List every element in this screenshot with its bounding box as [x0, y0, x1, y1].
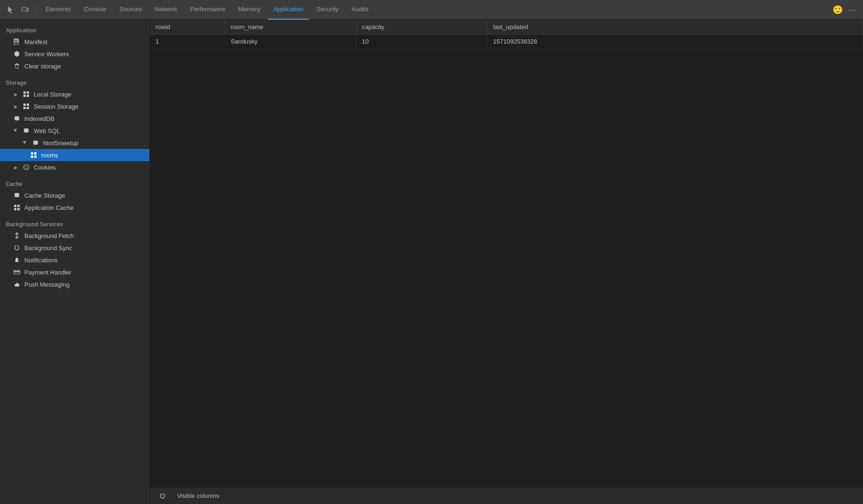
tab-sources[interactable]: Sources: [114, 0, 148, 20]
sidebar-item-local-storage[interactable]: ▶ Local Storage: [0, 88, 149, 100]
rooms-label: rooms: [41, 152, 58, 159]
trash-icon: [13, 62, 21, 70]
svg-rect-19: [34, 152, 37, 155]
col-header-last-updated[interactable]: last_updated: [487, 20, 863, 35]
section-background: Background Services: [0, 217, 149, 230]
sidebar-item-payment-handler[interactable]: Payment Handler: [0, 266, 149, 278]
payment-handler-label: Payment Handler: [24, 269, 71, 276]
section-cache: Cache: [0, 177, 149, 189]
cloud-icon: [13, 281, 21, 288]
table-body: 1Sandusky101571092538328: [150, 35, 863, 49]
rooms-table: rowid room_name capacity last_updated 1S…: [150, 20, 863, 49]
expand-arrow-local-storage: ▶: [13, 91, 19, 97]
sidebar: Application Manifest Service Workers Cle…: [0, 20, 150, 504]
smiley-icon-btn[interactable]: 🙂: [831, 3, 844, 16]
db-icon-websql: [22, 127, 30, 134]
tab-security[interactable]: Security: [311, 0, 344, 20]
expand-arrow-session-storage: ▶: [13, 104, 19, 109]
svg-point-24: [27, 166, 28, 167]
background-sync-label: Background Sync: [24, 245, 72, 252]
bell-icon: [13, 256, 21, 264]
tab-network[interactable]: Network: [149, 0, 183, 20]
col-header-room-name[interactable]: room_name: [225, 20, 356, 35]
sidebar-item-clear-storage[interactable]: Clear storage: [0, 60, 149, 72]
device-toolbar-btn[interactable]: [19, 3, 32, 16]
sidebar-item-indexeddb[interactable]: IndexedDB: [0, 112, 149, 125]
table-header-row: rowid room_name capacity last_updated: [150, 20, 863, 35]
svg-rect-8: [27, 91, 29, 94]
sidebar-item-manifest[interactable]: Manifest: [0, 36, 149, 48]
main-content: Application Manifest Service Workers Cle…: [0, 20, 863, 504]
clear-storage-label: Clear storage: [24, 63, 61, 70]
cache-storage-label: Cache Storage: [24, 192, 65, 199]
sidebar-item-application-cache[interactable]: Application Cache: [0, 201, 149, 214]
expand-arrow-html5meetup: ▶: [22, 140, 28, 146]
svg-rect-28: [14, 205, 16, 207]
sidebar-item-html5meetup[interactable]: ▶ html5meetup: [0, 137, 149, 149]
svg-rect-5: [15, 42, 18, 43]
refresh-button[interactable]: [156, 491, 170, 501]
gear-icon: [13, 50, 21, 58]
toolbar-divider: [36, 5, 36, 15]
table-container[interactable]: rowid room_name capacity last_updated 1S…: [150, 20, 863, 487]
svg-rect-18: [31, 152, 33, 155]
sync-icon: [13, 244, 21, 252]
cursor-icon-btn[interactable]: [4, 3, 17, 16]
grid-icon-appcache: [13, 204, 21, 211]
sidebar-item-rooms[interactable]: rooms: [0, 149, 149, 161]
svg-point-16: [24, 128, 29, 130]
manifest-label: Manifest: [24, 38, 47, 45]
col-header-capacity[interactable]: capacity: [356, 20, 487, 35]
cookie-icon: [22, 163, 30, 171]
svg-rect-29: [17, 205, 20, 207]
sidebar-item-cache-storage[interactable]: Cache Storage: [0, 189, 149, 201]
more-options-btn[interactable]: ⋯: [846, 3, 859, 16]
tab-console[interactable]: Console: [78, 0, 112, 20]
cell-room_name: Sandusky: [225, 35, 356, 49]
svg-rect-13: [23, 107, 26, 109]
svg-point-27: [15, 193, 19, 194]
db-icon-indexeddb: [13, 115, 21, 122]
cell-rowid: 1: [150, 35, 225, 49]
tab-memory[interactable]: Memory: [233, 0, 266, 20]
col-header-rowid[interactable]: rowid: [150, 20, 225, 35]
visible-columns-button[interactable]: Visible columns: [173, 490, 223, 501]
doc-icon: [13, 38, 21, 45]
sidebar-item-session-storage[interactable]: ▶ Session Storage: [0, 100, 149, 112]
html5meetup-label: html5meetup: [43, 140, 78, 147]
tab-audits[interactable]: Audits: [346, 0, 374, 20]
tab-application[interactable]: Application: [268, 0, 309, 20]
sidebar-item-background-sync[interactable]: Background Sync: [0, 242, 149, 254]
svg-point-26: [25, 168, 26, 169]
sidebar-item-background-fetch[interactable]: Background Fetch: [0, 230, 149, 242]
sidebar-item-push-messaging[interactable]: Push Messaging: [0, 278, 149, 290]
toolbar-right: 🙂 ⋯: [831, 3, 859, 16]
sidebar-item-service-workers[interactable]: Service Workers: [0, 48, 149, 60]
table-row[interactable]: 1Sandusky101571092538328: [150, 35, 863, 49]
grid-icon-local: [22, 90, 30, 98]
svg-rect-10: [27, 95, 29, 97]
svg-rect-31: [17, 208, 20, 210]
indexeddb-label: IndexedDB: [24, 115, 54, 122]
sidebar-item-notifications[interactable]: Notifications: [0, 254, 149, 266]
svg-point-23: [25, 166, 26, 167]
local-storage-label: Local Storage: [34, 91, 71, 98]
sidebar-item-cookies[interactable]: ▶ Cookies: [0, 161, 149, 173]
application-cache-label: Application Cache: [24, 204, 74, 211]
websql-label: Web SQL: [34, 127, 60, 134]
expand-arrow-cookies: ▶: [13, 164, 19, 170]
svg-point-25: [27, 168, 28, 169]
db-icon-html5meetup: [32, 139, 39, 147]
svg-rect-30: [14, 208, 16, 210]
svg-rect-11: [23, 104, 26, 106]
svg-rect-20: [31, 156, 33, 158]
visible-columns-label: Visible columns: [177, 492, 219, 499]
background-fetch-label: Background Fetch: [24, 232, 74, 239]
section-application: Application: [0, 23, 149, 36]
svg-rect-9: [23, 95, 26, 97]
tab-elements[interactable]: Elements: [40, 0, 76, 20]
sidebar-item-websql[interactable]: ▶ Web SQL: [0, 125, 149, 137]
svg-point-22: [24, 165, 29, 170]
content-area: rowid room_name capacity last_updated 1S…: [150, 20, 863, 504]
tab-performance[interactable]: Performance: [185, 0, 231, 20]
